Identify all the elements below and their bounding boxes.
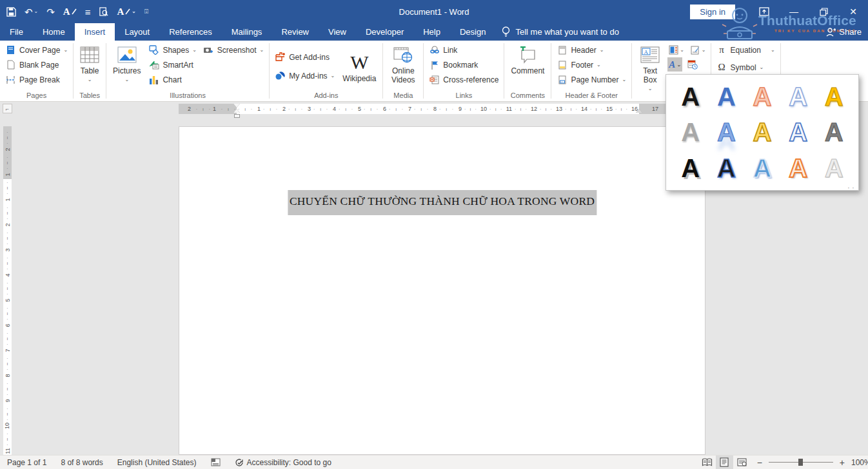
wikipedia-button[interactable]: W Wikipedia (339, 50, 379, 83)
redo-button[interactable]: ↷ (46, 7, 55, 17)
tab-review[interactable]: Review (271, 23, 319, 41)
tab-stop-selector[interactable]: ⌐ (3, 104, 12, 113)
comment-button[interactable]: Comment (508, 43, 547, 75)
chevron-down-icon[interactable]: ⌄ (132, 9, 136, 14)
sign-in-button[interactable]: Sign in (690, 5, 735, 19)
tab-insert[interactable]: Insert (75, 23, 115, 41)
format-painter-icon[interactable]: A⌄ (117, 7, 136, 17)
link-button[interactable]: Link (427, 43, 500, 57)
wordart-style-6-gray-gradient[interactable]: A (673, 115, 709, 151)
document-page[interactable]: CHUYỂN CHỮ THƯỜNG THÀNH CHỮ HOA TRONG WO… (179, 126, 705, 455)
zoom-percentage[interactable]: 100% (851, 458, 868, 467)
pictures-button[interactable]: Pictures ⌄ (110, 43, 144, 84)
cover-page-button[interactable]: Cover Page⌄ (3, 43, 70, 57)
text-box-icon: A (640, 44, 660, 65)
undo-button[interactable]: ↶⌄ (25, 7, 38, 17)
wordart-style-10-darkgray-bevel[interactable]: A (816, 115, 852, 151)
wordart-style-3-orange-outline-fill[interactable]: A (744, 79, 780, 115)
bookmark-button[interactable]: Bookmark (427, 57, 500, 72)
accessibility-status[interactable]: Accessibility: Good to go (228, 455, 339, 469)
signature-line-button[interactable]: ⌄ (689, 43, 707, 57)
wordart-style-4-white-blue-outline[interactable]: A (780, 79, 816, 115)
chart-button[interactable]: Chart (146, 72, 198, 87)
window-title: Document1 - Word (193, 0, 675, 23)
wordart-style-12-black-blue-glow[interactable]: A (709, 150, 745, 186)
zoom-in-button[interactable]: + (838, 457, 846, 468)
tab-mailings[interactable]: Mailings (222, 23, 272, 41)
header-button[interactable]: Header⌄ (555, 43, 628, 57)
vertical-ruler[interactable]: ·ı·2·ı·1·ı·1·ı·2·ı·3·ı·4·ı·5·ı·6·ı·7·ı·8… (3, 126, 12, 455)
blank-page-button[interactable]: Blank Page (3, 57, 70, 72)
print-layout-button[interactable] (716, 455, 733, 469)
macro-status-button[interactable] (204, 455, 228, 469)
resize-grip-icon[interactable]: ⡀⡀ (847, 183, 856, 189)
tab-help[interactable]: Help (413, 23, 450, 41)
screenshot-button[interactable]: Screenshot⌄ (201, 43, 266, 57)
page-break-button[interactable]: Page Break (3, 72, 70, 87)
save-icon[interactable] (6, 7, 16, 17)
print-preview-icon[interactable] (99, 7, 108, 17)
text-effects-icon[interactable]: A (63, 7, 77, 17)
wordart-button[interactable]: A ⌄ (667, 57, 682, 72)
read-mode-button[interactable] (698, 455, 716, 469)
text-box-button[interactable]: A Text Box ⌄ (635, 43, 665, 93)
first-line-indent-marker[interactable] (233, 104, 240, 108)
pictures-label: Pictures (113, 66, 141, 75)
page-count[interactable]: Page 1 of 1 (0, 455, 54, 469)
ruler-unit: ·ı·8 (413, 104, 438, 114)
symbol-button[interactable]: Ω Symbol ⌄ (715, 60, 777, 75)
chevron-down-icon: ⌄ (648, 84, 653, 93)
zoom-slider-thumb[interactable] (798, 459, 803, 466)
equation-button[interactable]: π Equation ⌄ (715, 43, 777, 57)
date-time-button[interactable] (686, 57, 699, 72)
customize-qat-icon[interactable]: ⍗ (144, 8, 148, 15)
wordart-style-8-gold-gradient-outline[interactable]: A (744, 115, 780, 151)
my-addins-button[interactable]: My Add-ins⌄ (273, 68, 337, 83)
zoom-slider[interactable]: − + (756, 457, 846, 468)
restore-button[interactable] (809, 0, 838, 23)
tab-design[interactable]: Design (450, 23, 495, 41)
tab-references[interactable]: References (159, 23, 221, 41)
web-layout-button[interactable] (733, 455, 751, 469)
wordart-style-15-silver-fill[interactable]: A (816, 150, 852, 186)
left-indent-marker[interactable] (234, 114, 240, 118)
close-button[interactable]: ✕ (838, 0, 868, 23)
zoom-slider-track[interactable] (769, 462, 833, 463)
zoom-out-button[interactable]: − (756, 457, 764, 468)
wordart-style-5-gold-fill[interactable]: A (816, 79, 852, 115)
cross-reference-button[interactable]: Cross-reference (427, 72, 500, 87)
wordart-style-1-black-fill[interactable]: A (673, 79, 709, 115)
wordart-style-2-blue-fill[interactable]: A (709, 79, 745, 115)
wordart-style-9-white-blue-double[interactable]: A (780, 115, 816, 151)
tell-me-box[interactable]: Tell me what you want to do (495, 23, 625, 41)
selected-document-text[interactable]: CHUYỂN CHỮ THƯỜNG THÀNH CHỮ HOA TRONG WO… (288, 190, 597, 215)
word-count[interactable]: 8 of 8 words (54, 455, 110, 469)
minimize-button[interactable]: — (779, 0, 809, 23)
right-indent-marker[interactable] (636, 109, 642, 113)
tab-layout[interactable]: Layout (115, 23, 159, 41)
quick-parts-button[interactable]: ⌄ (667, 43, 686, 57)
online-videos-icon (393, 44, 413, 65)
wordart-style-13-blue-white-bevel[interactable]: A (744, 150, 780, 186)
table-button[interactable]: Table ⌄ (77, 43, 103, 84)
page-number-button[interactable]: # Page Number⌄ (555, 72, 628, 87)
footer-button[interactable]: Footer⌄ (555, 57, 628, 72)
wordart-style-14-orange-thick-outline[interactable]: A (780, 150, 816, 186)
online-videos-button[interactable]: Online Videos (386, 43, 420, 84)
tab-file[interactable]: File (0, 23, 33, 41)
hanging-indent-marker[interactable] (233, 109, 240, 113)
share-button[interactable]: Share (825, 23, 862, 41)
get-addins-button[interactable]: Get Add-ins (273, 50, 337, 64)
wordart-style-11-black-hard-shadow[interactable]: A (673, 150, 709, 186)
ribbon-display-options-icon[interactable] (749, 0, 779, 23)
tab-home[interactable]: Home (33, 23, 75, 41)
chevron-down-icon[interactable]: ⌄ (34, 9, 39, 14)
shapes-button[interactable]: Shapes⌄ (146, 43, 198, 57)
tab-developer[interactable]: Developer (356, 23, 413, 41)
language-status[interactable]: English (United States) (110, 455, 204, 469)
wordart-style-7-lightblue-reflection[interactable]: A (709, 115, 745, 151)
smartart-button[interactable]: SmartArt (146, 57, 198, 72)
tab-view[interactable]: View (319, 23, 356, 41)
horizontal-ruler[interactable]: 2·ı·1·ı··ı·1·ı·2·ı·3·ı·4·ı·5·ı·6·ı·7·ı·8… (179, 104, 666, 114)
justify-icon[interactable]: ≡ (85, 7, 91, 17)
